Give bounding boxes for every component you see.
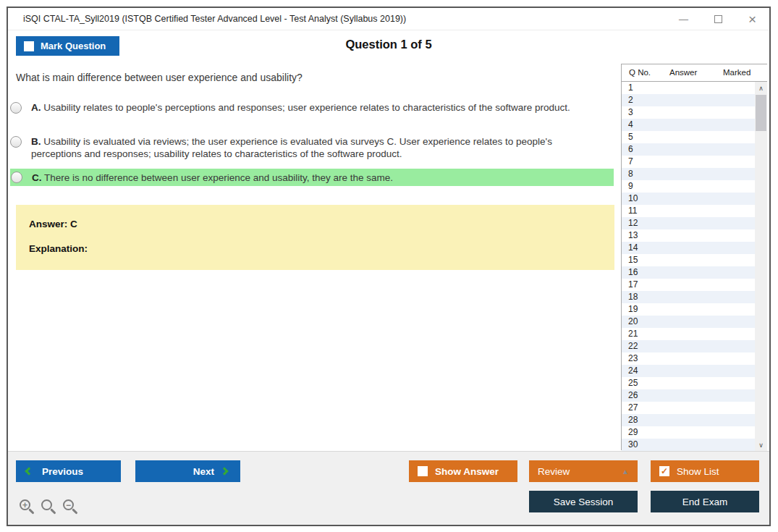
question-list-row[interactable]: 11	[622, 205, 756, 217]
option-b[interactable]: B. Usability is evaluated via reviews; t…	[10, 135, 614, 160]
review-dropdown[interactable]: Review ▲	[529, 460, 638, 482]
show-answer-label: Show Answer	[435, 466, 499, 477]
question-list-row[interactable]: 6	[622, 143, 756, 156]
question-list-row[interactable]: 7	[622, 156, 756, 168]
app-window: iSQI CTAL-TA_Syll2019 (ISTQB Certified T…	[7, 7, 771, 526]
question-list-row[interactable]: 8	[622, 168, 756, 180]
next-label: Next	[193, 466, 214, 477]
show-answer-checkbox[interactable]	[418, 466, 428, 476]
question-list-row[interactable]: 15	[622, 254, 756, 266]
zoom-toolbar: + −	[20, 499, 74, 510]
option-b-body: Usability is evaluated via reviews; the …	[31, 136, 552, 159]
title-bar: iSQI CTAL-TA_Syll2019 (ISTQB Certified T…	[8, 8, 769, 30]
option-c-letter: C.	[32, 172, 42, 183]
question-list-row[interactable]: 23	[622, 352, 756, 365]
question-list-row[interactable]: 28	[622, 414, 756, 426]
question-list-row[interactable]: 5	[622, 131, 756, 143]
question-list-row[interactable]: 21	[622, 328, 756, 340]
question-list-row[interactable]: 27	[622, 402, 756, 414]
end-exam-label: End Exam	[682, 497, 727, 507]
show-answer-button[interactable]: Show Answer	[409, 460, 517, 482]
scrollbar-thumb[interactable]	[756, 95, 766, 131]
show-list-button[interactable]: ✓ Show List	[651, 460, 759, 482]
previous-label: Previous	[42, 466, 83, 477]
option-a-letter: A.	[31, 102, 41, 113]
question-list-row[interactable]: 20	[622, 316, 756, 328]
question-text: What is main difference between user exp…	[16, 72, 303, 83]
question-list-row[interactable]: 18	[622, 291, 756, 303]
option-c-radio[interactable]	[11, 172, 22, 183]
question-list-row[interactable]: 19	[622, 303, 756, 316]
question-list-row[interactable]: 26	[622, 389, 756, 402]
zoom-reset-icon[interactable]	[41, 499, 52, 510]
end-exam-button[interactable]: End Exam	[651, 491, 759, 512]
option-b-text: B. Usability is evaluated via reviews; t…	[31, 135, 601, 160]
show-list-label: Show List	[677, 466, 719, 477]
option-a-radio[interactable]	[10, 102, 22, 114]
column-header-marked: Marked	[723, 68, 750, 77]
column-header-qno: Q No.	[629, 68, 651, 77]
option-b-letter: B.	[31, 136, 41, 147]
question-list-panel: Q No. Answer Marked 12345678910111213141…	[621, 64, 767, 450]
review-label: Review	[538, 466, 570, 477]
question-list-row[interactable]: 1	[622, 82, 756, 94]
question-counter: Question 1 of 5	[8, 38, 769, 51]
question-list-scrollbar[interactable]: ∧ ∨	[755, 82, 767, 451]
option-a-text: A. Usability relates to people's percept…	[31, 101, 570, 114]
question-list-row[interactable]: 10	[622, 193, 756, 205]
column-header-answer: Answer	[669, 68, 697, 77]
question-list-row[interactable]: 24	[622, 365, 756, 377]
next-button[interactable]: Next	[135, 460, 240, 482]
answer-label: Answer: C	[29, 219, 614, 229]
maximize-icon[interactable]	[714, 15, 722, 23]
option-c-text: C. There is no difference between user e…	[32, 172, 393, 184]
zoom-in-icon[interactable]: +	[20, 499, 30, 510]
question-list-row[interactable]: 13	[622, 229, 756, 242]
question-list-row[interactable]: 17	[622, 279, 756, 291]
question-list-row[interactable]: 16	[622, 266, 756, 279]
save-session-label: Save Session	[554, 497, 614, 507]
window-title: iSQI CTAL-TA_Syll2019 (ISTQB Certified T…	[23, 8, 406, 30]
explanation-label: Explanation:	[29, 243, 614, 254]
question-list-row[interactable]: 29	[622, 426, 756, 439]
chevron-left-icon	[25, 467, 33, 475]
option-c-body: There is no difference between user expe…	[44, 172, 393, 183]
option-a-body: Usability relates to people's perception…	[43, 102, 570, 113]
scroll-up-icon[interactable]: ∧	[755, 82, 767, 94]
question-list-row[interactable]: 22	[622, 340, 756, 352]
show-list-checkbox[interactable]: ✓	[659, 466, 669, 476]
option-b-radio[interactable]	[10, 136, 22, 148]
zoom-out-icon[interactable]: −	[63, 499, 74, 510]
footer-bar: Previous Next Show Answer Review ▲ ✓ Sho…	[8, 451, 769, 525]
option-a[interactable]: A. Usability relates to people's percept…	[10, 101, 614, 114]
question-list-row[interactable]: 3	[622, 106, 756, 119]
window-controls: — ×	[679, 8, 756, 30]
question-list-row[interactable]: 12	[622, 217, 756, 229]
save-session-button[interactable]: Save Session	[529, 491, 638, 512]
chevron-right-icon	[220, 467, 228, 475]
previous-button[interactable]: Previous	[16, 460, 121, 482]
question-list-row[interactable]: 30	[622, 439, 756, 451]
option-c[interactable]: C. There is no difference between user e…	[10, 169, 614, 186]
answer-box: Answer: C Explanation:	[16, 205, 614, 270]
question-list-row[interactable]: 2	[622, 94, 756, 106]
question-list-header: Q No. Answer Marked	[622, 64, 767, 82]
scroll-down-icon[interactable]: ∨	[755, 439, 767, 451]
question-list-row[interactable]: 4	[622, 119, 756, 131]
zoom-out-sign: −	[64, 501, 72, 509]
dropdown-arrow-icon: ▲	[622, 468, 629, 476]
question-list-row[interactable]: 9	[622, 180, 756, 193]
close-icon[interactable]: ×	[748, 12, 756, 26]
question-list-row[interactable]: 14	[622, 242, 756, 254]
zoom-in-sign: +	[21, 501, 29, 509]
question-list-row[interactable]: 25	[622, 377, 756, 389]
question-list-rows: 1234567891011121314151617181920212223242…	[622, 82, 756, 451]
minimize-icon[interactable]: —	[679, 14, 688, 24]
